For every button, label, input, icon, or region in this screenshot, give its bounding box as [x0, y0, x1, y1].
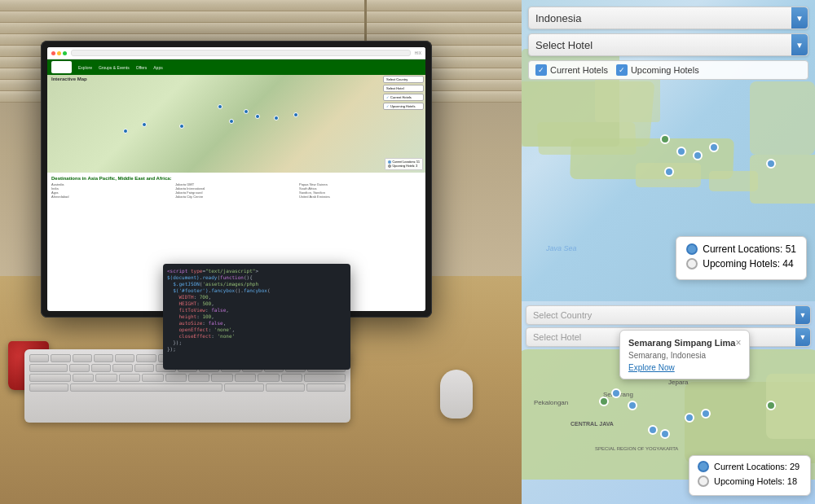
screen-footer-title: Destinations in Asia Pacific, Middle Eas… [51, 176, 421, 181]
desk-scene: HIX Explore Groups & Events Offers Apps [0, 0, 522, 504]
arrow-icon: ▼ [800, 311, 807, 319]
code-line: autoSize: false, [167, 320, 346, 326]
popup-close-button[interactable]: × [735, 337, 741, 348]
browser-header: HIX [47, 47, 425, 59]
java-pin-upcoming[interactable] [599, 397, 609, 406]
bottom-country-select[interactable]: Select Country ▼ [526, 305, 811, 325]
country-select-value: Indonesia [535, 12, 801, 24]
java-pin-3[interactable] [685, 413, 694, 423]
nav-apps[interactable]: Apps [153, 65, 162, 70]
nav-groups[interactable]: Groups & Events [99, 65, 130, 70]
java-pin-6[interactable] [660, 429, 670, 439]
code-line: $('#footer').fancybox().fancybox( [167, 287, 346, 293]
central-java-label: CENTRAL JAVA [570, 421, 614, 427]
map-pin[interactable] [676, 147, 686, 156]
country-dropdown-arrow[interactable]: ▼ [791, 7, 808, 28]
code-line: WIDTH: 700, [167, 294, 346, 300]
bottom-upcoming-dot [698, 476, 709, 487]
checkbox-icon: ✓ [535, 64, 547, 76]
bottom-upcoming-row: Upcoming Hotels: 18 [698, 476, 802, 487]
code-line: HEIGHT: 500, [167, 300, 346, 306]
bottom-country-arrow[interactable]: ▼ [795, 306, 810, 324]
popup-explore-link[interactable]: Explore Now [628, 363, 741, 372]
upcoming-hotels-label: Upcoming Hotels [631, 65, 699, 75]
special-region-label: SPECIAL REGION OF YOGYAKARTA [595, 446, 678, 451]
hotel-dropdown-arrow[interactable]: ▼ [791, 34, 808, 55]
map-pin[interactable] [664, 167, 674, 177]
bottom-country-value: Select Country [533, 310, 592, 320]
java-pin-semarang[interactable] [611, 388, 621, 398]
root: HIX Explore Groups & Events Offers Apps [0, 0, 815, 504]
bottom-map: Java Sea Pekalongan CENTRAL JAVA Semaran… [522, 301, 815, 504]
upcoming-hotels-checkbox[interactable]: ✓ Upcoming Hotels [616, 64, 699, 76]
code-line: $(document).ready(function(){ [167, 274, 346, 280]
arrow-icon: ▼ [795, 41, 804, 50]
upcoming-hotels-count: Upcoming Hotels: 44 [703, 258, 793, 270]
screen-map-bg [47, 75, 425, 173]
java-sea-label-top: Java Sea [546, 244, 577, 252]
code-line: openEffect: 'none', [167, 327, 346, 332]
upcoming-dot [686, 258, 698, 270]
screen-map: Interactive Map Select Country Select Ho… [47, 75, 425, 173]
popup-hotel-name: Semarang Simpang Lima [628, 338, 735, 348]
hotel-select[interactable]: Select Hotel ▼ [528, 33, 808, 56]
screen-map-title: Interactive Map [51, 77, 87, 81]
upcoming-hotels-row: Upcoming Hotels: 44 [686, 258, 796, 270]
bottom-info-box: Current Locations: 29 Upcoming Hotels: 1… [689, 455, 811, 496]
checkmark-icon: ✓ [538, 66, 544, 74]
arrow-icon: ▼ [795, 14, 804, 23]
checkmark-icon: ✓ [619, 66, 625, 74]
popup-location: Semarang, Indonesia [628, 351, 741, 360]
mouse [440, 370, 473, 419]
hotel-popup: Semarang Simpang Lima × Semarang, Indone… [619, 330, 750, 379]
code-line: height: 100, [167, 313, 346, 319]
code-line: }); [167, 340, 346, 345]
bottom-current-count: Current Locations: 29 [714, 462, 800, 471]
bottom-hotel-value: Select Hotel [533, 332, 581, 342]
bottom-current-row: Current Locations: 29 [698, 461, 802, 472]
top-controls: Indonesia ▼ Select Hotel ▼ ✓ [528, 7, 808, 80]
code-line: fitToView: false, [167, 307, 346, 313]
current-hotels-label: Current Hotels [550, 65, 608, 75]
nav-explore[interactable]: Explore [78, 65, 92, 70]
bottom-hotel-arrow[interactable]: ▼ [795, 328, 810, 346]
current-hotels-checkbox[interactable]: ✓ Current Hotels [535, 64, 608, 76]
pekalongan-label: Pekalongan [534, 399, 568, 406]
current-dot [686, 243, 698, 255]
code-line: <script type="text/javascript"> [167, 268, 346, 274]
code-line: }); [167, 346, 346, 352]
java-pin-2[interactable] [628, 401, 637, 410]
map-pin[interactable] [766, 159, 776, 169]
nav-offers[interactable]: Offers [136, 65, 148, 70]
java-pin-4[interactable] [701, 409, 711, 419]
map-pin[interactable] [709, 142, 719, 152]
code-line: closeEffect: 'none' [167, 333, 346, 339]
filter-checkboxes: ✓ Current Hotels ✓ Upcoming Hotels [528, 60, 808, 80]
map-pin-upcoming[interactable] [660, 134, 670, 144]
map-pin[interactable] [693, 151, 703, 160]
right-panel: Apie Indonesia ▼ Se [522, 0, 815, 504]
screen-bottom: Destinations in Asia Pacific, Middle Eas… [47, 173, 425, 202]
country-select[interactable]: Indonesia ▼ [528, 7, 808, 29]
top-map-info-box: Current Locations: 51 Upcoming Hotels: 4… [676, 236, 807, 280]
current-locations-count: Current Locations: 51 [703, 243, 796, 255]
bottom-current-dot [698, 461, 709, 472]
checkbox-icon: ✓ [616, 64, 628, 76]
arrow-icon: ▼ [800, 333, 807, 341]
popup-header: Semarang Simpang Lima × [628, 337, 741, 348]
code-line: $.getJSON('assets/images/phph [167, 281, 346, 287]
java-pin-5[interactable] [648, 425, 658, 435]
code-editor: <script type="text/javascript"> $(docume… [163, 264, 350, 370]
hotel-select-value: Select Hotel [535, 39, 801, 51]
java-pin-upcoming-2[interactable] [766, 401, 776, 410]
current-locations-row: Current Locations: 51 [686, 243, 796, 255]
jepara-label: Jepara [668, 379, 688, 386]
bottom-upcoming-count: Upcoming Hotels: 18 [714, 476, 797, 486]
top-map: Apie Indonesia ▼ Se [522, 0, 815, 301]
